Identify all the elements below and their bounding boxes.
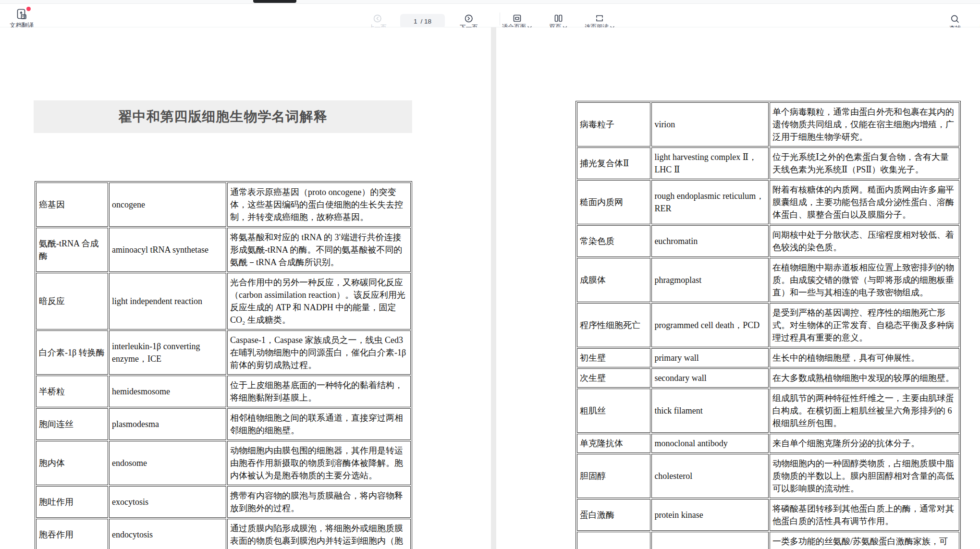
definition-cell: 在植物细胞中期赤道板相应位置上致密排列的物质。由成簇交错的微管（与即将形成的细胞… — [770, 258, 959, 302]
term-cell: 蛋白激酶 — [577, 499, 650, 531]
term-cell: 初生壁 — [577, 348, 650, 367]
table-row: 胞吞作用endocytosis通过质膜内陷形成膜泡，将细胞外或细胞质膜表面的物质… — [36, 519, 411, 549]
english-cell: primary wall — [651, 348, 769, 367]
table-row: 癌基因oncogene通常表示原癌基因（proto oncogene）的突变体，… — [36, 183, 411, 227]
definition-cell: 光合作用中的另外一种反应，又称碳同化反应（carbon assimilation… — [227, 273, 411, 329]
page-current[interactable]: 1 — [414, 18, 417, 25]
table-row: 成膜体phragmoplast在植物细胞中期赤道板相应位置上致密排列的物质。由成… — [577, 258, 959, 302]
circle-chevron-left-icon — [374, 14, 382, 23]
table-row: 一类多功能的丝氨酸/苏氨酸蛋白激酶家族，可 — [577, 532, 959, 549]
term-cell: 次生壁 — [577, 368, 650, 388]
term-cell: 胞间连丝 — [36, 408, 108, 440]
english-cell: light harvesting complex Ⅱ，LHC Ⅱ — [651, 147, 769, 179]
term-cell: 氨酰-tRNA 合成酶 — [36, 228, 108, 272]
circle-chevron-right-icon — [465, 14, 473, 23]
page-total: / 18 — [420, 18, 431, 25]
term-cell: 胆固醇 — [577, 454, 650, 498]
table-row: 病毒粒子virion单个病毒颗粒，通常由蛋白外壳和包裹在其内的遗传物质共同组成，… — [577, 102, 959, 146]
document-area: 翟中和第四版细胞生物学名词解释 癌基因oncogene通常表示原癌基因（prot… — [0, 27, 980, 549]
term-cell: 单克隆抗体 — [577, 434, 650, 453]
english-cell: exocytosis — [109, 486, 226, 518]
glossary-table-left: 癌基因oncogene通常表示原癌基因（proto oncogene）的突变体，… — [35, 181, 412, 549]
svg-text:中: 中 — [22, 15, 25, 18]
document-title-band: 翟中和第四版细胞生物学名词解释 — [34, 100, 412, 133]
search-icon — [951, 14, 960, 24]
table-row: 氨酰-tRNA 合成酶aminoacyl tRNA synthetase将氨基酸… — [36, 228, 411, 272]
glossary-table-right: 病毒粒子virion单个病毒颗粒，通常由蛋白外壳和包裹在其内的遗传物质共同组成，… — [576, 101, 961, 549]
table-row: 糙面内质网rough endoplasmic reticulum，RER附着有核… — [577, 180, 959, 224]
term-cell: 常染色质 — [577, 225, 650, 257]
table-row: 捕光复合体Ⅱlight harvesting complex Ⅱ，LHC Ⅱ位于… — [577, 147, 959, 179]
term-cell: 癌基因 — [36, 183, 108, 227]
definition-cell: 动物细胞内由膜包围的细胞器，其作用是转运由胞吞作用新摄取的物质到溶酶体被降解。胞… — [227, 441, 411, 485]
definition-cell: 附着有核糖体的内质网。糙面内质网由许多扁平膜囊组成，主要功能包括合成分泌性蛋白、… — [770, 180, 959, 224]
document-translate-icon: 中 — [15, 8, 28, 21]
page-divider — [491, 27, 496, 549]
english-cell: oncogene — [109, 183, 226, 227]
definition-cell: 将氨基酸和对应的 tRNA 的 3′端进行共价连接形成氨酰-tRNA 的酶。不同… — [227, 228, 411, 272]
term-cell: 程序性细胞死亡 — [577, 303, 650, 347]
page-right: 病毒粒子virion单个病毒颗粒，通常由蛋白外壳和包裹在其内的遗传物质共同组成，… — [496, 27, 980, 549]
table-row: 次生壁secondary wall在大多数成熟植物细胞中发现的较厚的细胞壁。 — [577, 368, 959, 388]
continuous-read-icon — [595, 14, 604, 22]
window-top-strip — [0, 0, 980, 4]
english-cell: interleukin-1β converting enzyme，ICE — [109, 330, 226, 375]
definition-cell: 将磷酸基团转移到其他蛋白质上的酶，通常对其他蛋白质的活性具有调节作用。 — [770, 499, 959, 531]
table-row: 初生壁primary wall生长中的植物细胞壁，具有可伸展性。 — [577, 348, 959, 367]
definition-cell: 位于上皮细胞基底面的一种特化的黏着结构，将细胞黏附到基膜上。 — [227, 376, 411, 407]
definition-cell: Caspase-1，Caspase 家族成员之一，线虫 Ced3 在哺乳动物细胞… — [227, 330, 411, 375]
document-translate-button[interactable]: 中 文档翻译 — [10, 8, 34, 29]
definition-cell: 组成肌节的两种特征性纤维之一，主要由肌球蛋白构成。在横切面上粗肌丝被呈六角形排列… — [770, 389, 959, 433]
table-row: 粗肌丝thick filament组成肌节的两种特征性纤维之一，主要由肌球蛋白构… — [577, 389, 959, 433]
page-number-box[interactable]: 1 / 18 — [400, 14, 445, 28]
definition-cell: 通常表示原癌基因（proto oncogene）的突变体，这些基因编码的蛋白使细… — [227, 183, 411, 227]
term-cell: 糙面内质网 — [577, 180, 650, 224]
fit-page-icon — [513, 14, 521, 22]
table-row: 暗反应light independent reaction光合作用中的另外一种反… — [36, 273, 411, 329]
definition-cell: 一类多功能的丝氨酸/苏氨酸蛋白激酶家族，可 — [770, 532, 959, 549]
english-cell: light independent reaction — [109, 273, 226, 329]
definition-cell: 通过质膜内陷形成膜泡，将细胞外或细胞质膜表面的物质包裹到膜泡内并转运到细胞内（胞 — [227, 519, 411, 549]
definition-cell: 生长中的植物细胞壁，具有可伸展性。 — [770, 348, 959, 367]
definition-cell: 单个病毒颗粒，通常由蛋白外壳和包裹在其内的遗传物质共同组成，仅能在宿主细胞内增殖… — [770, 102, 959, 146]
page-left: 翟中和第四版细胞生物学名词解释 癌基因oncogene通常表示原癌基因（prot… — [0, 27, 491, 549]
definition-cell: 位于光系统Ⅰ之外的色素蛋白复合物，含有大量天线色素为光系统Ⅱ（PSⅡ）收集光子。 — [770, 147, 959, 179]
term-cell: 病毒粒子 — [577, 102, 650, 146]
english-cell: endocytosis — [109, 519, 226, 549]
term-cell — [577, 532, 650, 549]
table-row: 程序性细胞死亡programmed cell death，PCD是受到严格的基因… — [577, 303, 959, 347]
term-cell: 胞吞作用 — [36, 519, 108, 549]
term-cell: 暗反应 — [36, 273, 108, 329]
definition-cell: 是受到严格的基因调控、程序性的细胞死亡形式。对生物体的正常发育、自稳态平衡及多种… — [770, 303, 959, 347]
english-cell: euchromatin — [651, 225, 769, 257]
definition-cell: 来自单个细胞克隆所分泌的抗体分子。 — [770, 434, 959, 453]
english-cell: plasmodesma — [109, 408, 226, 440]
english-cell: protein kinase — [651, 499, 769, 531]
english-cell: rough endoplasmic reticulum，RER — [651, 180, 769, 224]
definition-cell: 相邻植物细胞之间的联系通道，直接穿过两相邻细胞的细胞壁。 — [227, 408, 411, 440]
english-cell: programmed cell death，PCD — [651, 303, 769, 347]
toolbar: 中 文档翻译 上一页 1 / 18 下一页 适合页面 — [0, 4, 980, 27]
english-cell: aminoacyl tRNA synthetase — [109, 228, 226, 272]
english-cell: virion — [651, 102, 769, 146]
table-row: 白介素-1β 转换酶interleukin-1β converting enzy… — [36, 330, 411, 375]
definition-cell: 在大多数成熟植物细胞中发现的较厚的细胞壁。 — [770, 368, 959, 388]
table-row: 胞间连丝plasmodesma相邻植物细胞之间的联系通道，直接穿过两相邻细胞的细… — [36, 408, 411, 440]
definition-cell: 携带有内容物的膜泡与质膜融合，将内容物释放到胞外的过程。 — [227, 486, 411, 518]
table-row: 胆固醇cholesterol动物细胞内的一种固醇类物质，占细胞质膜中脂质物质的半… — [577, 454, 959, 498]
table-row: 蛋白激酶protein kinase将磷酸基团转移到其他蛋白质上的酶，通常对其他… — [577, 499, 959, 531]
english-cell: cholesterol — [651, 454, 769, 498]
overflow-icon — [978, 14, 980, 23]
table-row: 胞吐作用exocytosis携带有内容物的膜泡与质膜融合，将内容物释放到胞外的过… — [36, 486, 411, 518]
notification-dot — [26, 7, 31, 11]
term-cell: 胞吐作用 — [36, 486, 108, 518]
table-row: 半桥粒hemidesmosome位于上皮细胞基底面的一种特化的黏着结构，将细胞黏… — [36, 376, 411, 407]
english-cell: secondary wall — [651, 368, 769, 388]
document-title: 翟中和第四版细胞生物学名词解释 — [119, 108, 328, 126]
table-row: 常染色质euchromatin间期核中处于分散状态、压缩程度相对较低、着色较浅的… — [577, 225, 959, 257]
definition-cell: 动物细胞内的一种固醇类物质，占细胞质膜中脂质物质的半数以上。膜内胆固醇相对含量的… — [770, 454, 959, 498]
english-cell: thick filament — [651, 389, 769, 433]
term-cell: 成膜体 — [577, 258, 650, 302]
collapsed-tab-bar — [253, 0, 296, 3]
table-row: 胞内体endosome动物细胞内由膜包围的细胞器，其作用是转运由胞吞作用新摄取的… — [36, 441, 411, 485]
